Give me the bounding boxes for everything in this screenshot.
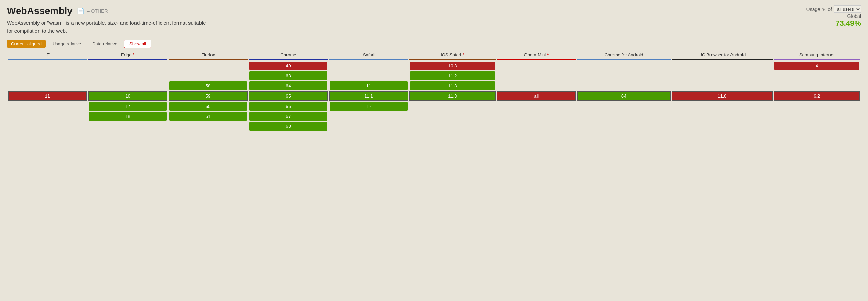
ios-safari-version-113-cur: 11.3 xyxy=(410,92,495,100)
chrome-android-cell-r1 xyxy=(577,61,671,70)
th-ie: IE xyxy=(8,52,87,60)
chrome-version-64: 64 xyxy=(249,81,327,90)
edge-version-18: 18 xyxy=(89,112,166,121)
col-header-samsung: Samsung Internet xyxy=(774,52,860,60)
safari-version-111: 11.1 xyxy=(330,92,408,100)
col-header-edge: Edge * xyxy=(88,52,167,60)
ios-safari-bar xyxy=(409,59,496,60)
chrome-cell-b2: 67 xyxy=(249,112,328,121)
col-header-firefox: Firefox xyxy=(169,52,248,60)
safari-cell-r1 xyxy=(329,61,408,70)
usage-global: Global xyxy=(785,13,861,19)
uc-cell-r1 xyxy=(672,61,772,70)
usage-label: Usage xyxy=(806,7,820,12)
col-header-chrome: Chrome xyxy=(249,52,328,60)
samsung-current-cell: 6.2 xyxy=(774,91,860,101)
title-block: WebAssembly 📄 – OTHER WebAssembly or "wa… xyxy=(7,5,213,35)
uc-cell-r3 xyxy=(672,81,772,90)
usage-relative-button[interactable]: Usage relative xyxy=(48,40,85,48)
page-title: WebAssembly 📄 – OTHER xyxy=(7,5,213,16)
opera-cell-r1 xyxy=(497,61,576,70)
safari-cell-b2 xyxy=(329,112,408,121)
th-chrome-android: Chrome for Android xyxy=(577,52,671,60)
ios-safari-current-cell: 11.3 xyxy=(409,91,496,101)
firefox-cell-r2 xyxy=(169,71,248,80)
ie-cell-r2 xyxy=(8,71,87,80)
col-header-ie: IE xyxy=(8,52,87,60)
table-row: 68 xyxy=(8,122,860,131)
chrome-version-49: 49 xyxy=(249,62,327,70)
ie-version-11: 11 xyxy=(9,92,86,100)
samsung-version-62: 6.2 xyxy=(774,92,859,100)
edge-cell-b1: 17 xyxy=(88,102,167,111)
firefox-cell-b2: 61 xyxy=(169,112,248,121)
chrome-android-cell-r2 xyxy=(577,71,671,80)
opera-cell-r2 xyxy=(497,71,576,80)
ios-safari-cell-r2: 11.2 xyxy=(409,71,496,80)
firefox-cell-r3: 58 xyxy=(169,81,248,90)
opera-cell-b2 xyxy=(497,112,576,121)
firefox-cell-b1: 60 xyxy=(169,102,248,111)
ie-cell-b2 xyxy=(8,112,87,121)
ie-cell-r1 xyxy=(8,61,87,70)
edge-cell-b3 xyxy=(88,122,167,131)
chrome-cell-r3: 64 xyxy=(249,81,328,90)
chrome-android-cell-b3 xyxy=(577,122,671,131)
edge-cell-r1 xyxy=(88,61,167,70)
other-badge: – OTHER xyxy=(87,8,108,14)
chrome-android-current-cell: 64 xyxy=(577,91,671,101)
chrome-android-cell-b2 xyxy=(577,112,671,121)
date-relative-button[interactable]: Date relative xyxy=(88,40,121,48)
col-header-uc-browser: UC Browser for Android xyxy=(672,52,772,60)
ie-cell-b1 xyxy=(8,102,87,111)
ios-safari-cell-b3 xyxy=(409,122,496,131)
samsung-cell-r1: 4 xyxy=(774,61,860,70)
controls-bar: Current aligned Usage relative Date rela… xyxy=(7,40,861,48)
chrome-android-bar xyxy=(577,59,671,60)
chrome-version-66: 66 xyxy=(249,102,327,111)
th-edge: Edge * xyxy=(88,52,167,60)
current-aligned-button[interactable]: Current aligned xyxy=(7,40,46,48)
th-samsung: Samsung Internet xyxy=(774,52,860,60)
ios-safari-cell-b2 xyxy=(409,112,496,121)
firefox-cell-r1 xyxy=(169,61,248,70)
edge-cell-b2: 18 xyxy=(88,112,167,121)
firefox-version-61: 61 xyxy=(169,112,247,121)
chrome-version-67: 67 xyxy=(249,112,327,121)
chrome-version-68: 68 xyxy=(249,122,327,131)
show-all-button[interactable]: Show all xyxy=(124,40,151,48)
title-icon: 📄 xyxy=(77,7,84,15)
th-chrome: Chrome xyxy=(249,52,328,60)
chrome-cell-b1: 66 xyxy=(249,102,328,111)
chrome-cell-b3: 68 xyxy=(249,122,328,131)
firefox-bar xyxy=(169,59,248,60)
table-row: 58 64 11 11.3 xyxy=(8,81,860,90)
th-uc-browser: UC Browser for Android xyxy=(672,52,772,60)
compat-table-wrapper: IE Edge * Firefox Ch xyxy=(7,52,861,132)
chrome-current-cell: 65 xyxy=(249,91,328,101)
usage-percent-of: % of xyxy=(822,7,832,12)
firefox-cell-b3 xyxy=(169,122,248,131)
samsung-cell-b2 xyxy=(774,112,860,121)
ios-safari-cell-r1: 10.3 xyxy=(409,61,496,70)
safari-version-11: 11 xyxy=(330,81,408,90)
usage-users-select[interactable]: all users xyxy=(834,5,861,13)
edge-cell-r2 xyxy=(88,71,167,80)
chrome-cell-r2: 63 xyxy=(249,71,328,80)
current-aligned-row: 11 16 59 65 11.1 11.3 all 64 xyxy=(8,91,860,101)
th-firefox: Firefox xyxy=(169,52,248,60)
usage-percent: 73.49% xyxy=(785,19,861,28)
opera-current-cell: all xyxy=(497,91,576,101)
ie-current-cell: 11 xyxy=(8,91,87,101)
edge-cell-r3 xyxy=(88,81,167,90)
safari-cell-b3 xyxy=(329,122,408,131)
ios-safari-cell-r3: 11.3 xyxy=(409,81,496,90)
ios-safari-cell-b1 xyxy=(409,102,496,111)
edge-version-16: 16 xyxy=(89,92,166,100)
col-header-safari: Safari xyxy=(329,52,408,60)
safari-cell-r3: 11 xyxy=(329,81,408,90)
table-row: 17 60 66 TP xyxy=(8,102,860,111)
opera-version-all: all xyxy=(497,92,575,100)
th-safari: Safari xyxy=(329,52,408,60)
col-header-chrome-android: Chrome for Android xyxy=(577,52,671,60)
